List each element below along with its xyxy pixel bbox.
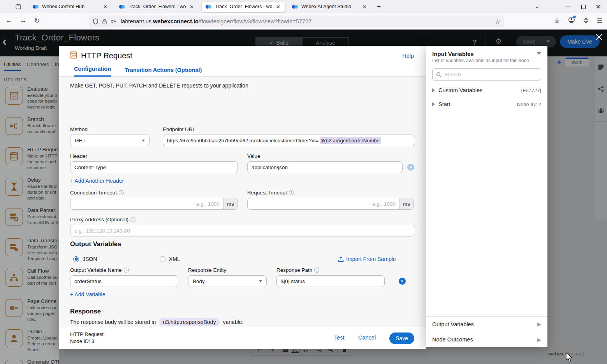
lock-icon[interactable] [102,19,107,24]
test-button[interactable]: Test [334,334,345,341]
method-label: Method [70,126,88,132]
forward-icon[interactable]: → [20,17,26,24]
connection-timeout-field: ms [70,198,238,210]
info-icon[interactable]: i [289,190,294,195]
save-button[interactable]: Save [389,332,414,344]
endpoint-url-input[interactable]: https://67e9aa0bbdcaa2b7f5b9ed62.mockapi… [163,135,415,146]
menu-icon[interactable]: ☰ [597,17,602,24]
http-request-modal: HTTP HTTP Request Help Configuration Tra… [59,46,426,349]
tab-title: Webex Control Hub [42,4,100,9]
modal-close-icon[interactable] [595,33,603,42]
tab-configuration[interactable]: Configuration [74,66,111,77]
upload-icon [338,256,344,262]
modal-footer: HTTP Request Node ID: 3 Test Cancel Save [59,327,426,349]
header-label: Header [70,153,87,159]
info-icon[interactable]: i [130,217,135,222]
remove-header-icon[interactable]: ✕ [407,164,414,171]
bookmark-star-icon[interactable]: ☆ [492,18,500,25]
group-badge: Node ID: 2 [517,102,541,107]
output-variables-row[interactable]: Output Variables ▶ [426,316,547,332]
footer-node-id: Node ID: 3 [70,338,94,344]
group-custom-variables[interactable]: Custom Variables [F57727] [432,86,541,94]
svg-text:HTTP: HTTP [71,55,76,57]
tab-close-icon[interactable]: ✕ [189,4,195,10]
request-timeout-field: ms [247,198,414,210]
response-variable-token: n3.http.responseBody [159,318,220,326]
variable-token: $(n2.aiAgent.orderNumbe [320,137,381,144]
radio-unselected-icon [160,256,165,262]
variables-search-field[interactable]: Search [432,68,541,80]
modal-title: HTTP Request [81,51,132,60]
browser-tab-workflow-2-active[interactable]: Track_Order_Flowers - workflow ✕ [202,2,285,12]
minimize-icon[interactable]: — [565,3,571,10]
http-node-icon: HTTP [69,51,77,61]
search-placeholder: Search [444,72,461,77]
collapse-caret-icon[interactable] [537,52,541,55]
request-timeout-label: Request Timeouti [247,190,294,196]
permissions-icon[interactable] [111,19,117,24]
header-input[interactable] [70,161,238,173]
modal-tabs: Configuration Transition Actions (Option… [59,65,426,77]
response-entity-label: Response Entity [188,267,226,273]
info-icon[interactable]: i [314,268,319,273]
tab-title: Track_Order_Flowers - workflow [215,4,273,9]
webex-favicon [33,4,39,9]
tab-close-icon[interactable]: ✕ [362,4,368,10]
browser-nav-bar: ← → ↻ labtenant.us.webexconnect.io/flowd… [0,13,607,30]
add-variable-link[interactable]: + Add Variable [70,291,105,298]
shield-icon[interactable] [93,18,99,24]
tab-transition-actions[interactable]: Transition Actions (Optional) [125,67,202,77]
connection-timeout-label: Connection Timeouti [70,190,124,196]
back-icon[interactable]: ← [5,17,12,24]
endpoint-url-label: Endpoint URL [163,126,195,132]
tab-title: Track_Order_Flowers - workflow [128,4,186,9]
browser-tab-ai-agent-studio[interactable]: Webex AI Agent Studio ✕ [289,2,371,12]
reload-icon[interactable]: ↻ [34,17,40,25]
format-radio-json[interactable]: JSON [73,256,97,262]
new-tab-button[interactable]: + [373,3,385,11]
extensions-icon[interactable] [583,18,589,24]
group-start[interactable]: Start Node ID: 2 [432,100,541,108]
cancel-button[interactable]: Cancel [358,334,376,341]
output-variable-name-input[interactable] [70,275,178,287]
account-icon[interactable] [568,16,575,25]
remove-variable-icon[interactable]: ✕ [399,278,406,285]
panel-title: Input Variables [432,51,474,57]
browser-tab-control-hub[interactable]: Webex Control Hub ✕ [29,2,112,12]
firefox-view-icon[interactable] [14,2,27,12]
value-input[interactable] [247,161,403,173]
import-from-sample-link[interactable]: Import From Sample [338,256,396,262]
search-icon [436,72,442,77]
connection-timeout-input[interactable] [70,198,223,209]
response-entity-select[interactable]: Body [188,275,267,287]
response-path-label: Response Pathi [276,267,319,273]
info-icon[interactable]: i [119,190,124,195]
format-radio-xml[interactable]: XML [160,256,180,262]
maximize-icon[interactable] [581,5,586,9]
window-close-icon[interactable]: ✕ [596,3,601,10]
url-bar[interactable]: labtenant.us.webexconnect.io/flowdesigne… [89,16,504,27]
mouse-cursor [565,352,574,364]
tab-title: Webex AI Agent Studio [301,4,359,9]
tab-close-icon[interactable]: ✕ [102,4,108,10]
info-icon[interactable]: i [124,268,129,273]
webex-favicon [292,4,299,9]
panel-subtitle: List of variables available as input for… [432,58,529,63]
downloads-icon[interactable] [554,18,560,24]
window-controls: ⌄ — ✕ [535,3,607,10]
browser-tab-strip: Webex Control Hub ✕ Track_Order_Flowers … [0,0,607,13]
help-link[interactable]: Help [402,53,414,59]
node-outcomes-row[interactable]: Node Outcomes ▶ [426,332,547,347]
response-path-input[interactable] [276,275,385,287]
tab-close-icon[interactable]: ✕ [275,4,281,10]
nav-right-icons: ☰ [554,16,602,25]
chevron-down-icon [259,280,262,282]
add-another-header-link[interactable]: + Add Another Header [70,178,124,184]
method-select[interactable]: GET [70,135,150,146]
list-all-tabs-icon[interactable]: ⌄ [535,4,539,9]
proxy-address-input[interactable] [70,225,415,236]
browser-tab-workflow-1[interactable]: Track_Order_Flowers - workflow ✕ [116,2,198,12]
request-timeout-input[interactable] [248,198,399,209]
webex-favicon [206,4,212,9]
chevron-right-icon: ▶ [537,321,541,327]
